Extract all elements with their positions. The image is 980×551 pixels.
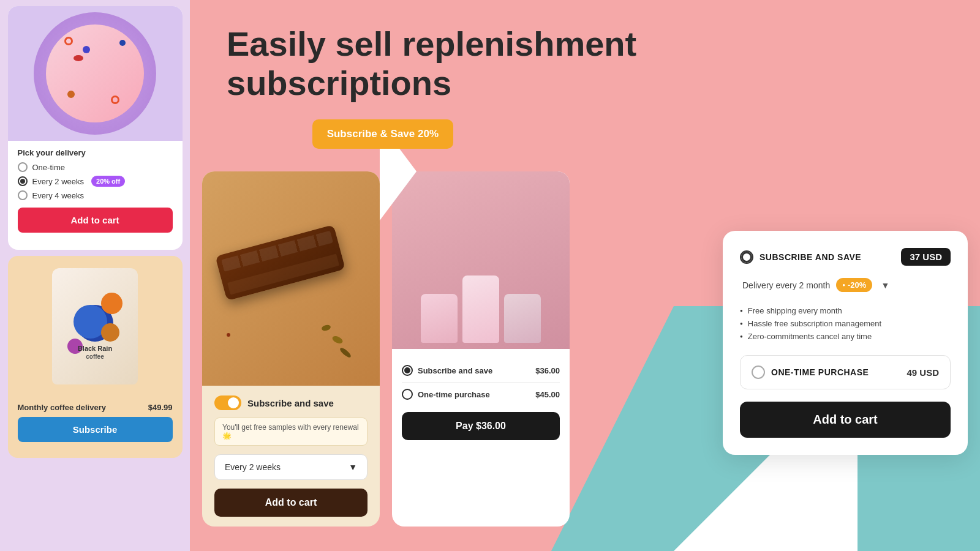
widget-card: SUBSCRIBE AND SAVE 37 USD Delivery every… <box>723 231 968 455</box>
option-4weeks[interactable]: Every 4 weeks <box>18 190 173 200</box>
widget-delivery-row: Delivery every 2 month -20% ▼ <box>740 278 951 292</box>
cocoa-powder <box>227 333 230 337</box>
right-panel: SUBSCRIBE AND SAVE 37 USD Delivery every… <box>710 0 980 551</box>
widget-radio-subscribe[interactable] <box>740 250 753 264</box>
widget-delivery-text: Delivery every 2 month <box>742 280 830 290</box>
choco-bar <box>215 225 345 301</box>
hero-title: Easily sell replenishment subscriptions <box>227 24 674 103</box>
dogfood-onetime-price: $45.00 <box>535 390 560 399</box>
coffee-product-image: Black Rain coffee <box>8 256 183 397</box>
free-samples-badge: You'll get free samples with every renew… <box>214 418 368 446</box>
card-cereal: Pick your delivery One-time Every 2 week… <box>8 6 183 250</box>
widget-subscribe-row: SUBSCRIBE AND SAVE 37 USD <box>740 248 951 266</box>
bag-3 <box>504 294 541 343</box>
dogfood-onetime-label: One-time purchase <box>418 390 490 399</box>
frequency-value: Every 2 weeks <box>225 462 281 472</box>
subscribe-toggle[interactable] <box>214 395 241 410</box>
cereal-card-body: Pick your delivery One-time Every 2 week… <box>8 141 183 240</box>
frequency-dropdown[interactable]: Every 2 weeks ▼ <box>214 454 368 480</box>
widget-onetime-left: ONE-TIME PURCHASE <box>752 365 869 379</box>
toggle-row: Subscribe and save <box>214 395 368 410</box>
option-onetime[interactable]: One-time <box>18 162 173 172</box>
widget-onetime-row[interactable]: ONE-TIME PURCHASE 49 USD <box>740 355 951 389</box>
coffee-title: Monthly coffee delivery <box>18 403 106 412</box>
coffee-card-body: Monthly coffee delivery $49.99 Subscribe <box>8 397 183 448</box>
option-onetime-label: One-time <box>32 163 65 172</box>
dogfood-bags <box>421 276 541 343</box>
dogfood-subscribe-option[interactable]: Subscribe and save $36.00 <box>402 359 560 383</box>
dog-image <box>426 465 475 514</box>
choco-add-to-cart-button[interactable]: Add to cart <box>214 489 368 517</box>
cereal-bowl <box>46 24 144 122</box>
coffee-bag-dot-orange <box>101 293 123 314</box>
bag-1 <box>421 294 458 343</box>
coffee-sub: coffee <box>78 353 112 360</box>
coffee-price: $49.99 <box>148 403 173 412</box>
cards-row: Subscribe and save You'll get free sampl… <box>190 171 710 527</box>
coffee-brand: Black Rain <box>78 345 112 352</box>
widget-onetime-label: ONE-TIME PURCHASE <box>771 367 869 377</box>
choco-product-image <box>202 171 380 386</box>
card-choco: Subscribe and save You'll get free sampl… <box>202 171 380 527</box>
choco-body: Subscribe and save You'll get free sampl… <box>202 386 380 527</box>
toggle-knob <box>228 397 239 408</box>
cereal-bowl-bg <box>34 12 156 135</box>
radio-subscribe[interactable] <box>402 365 413 376</box>
coffee-subscribe-button[interactable]: Subscribe <box>18 417 173 442</box>
almond-3 <box>339 347 352 359</box>
benefit-1: Free shipping every month <box>740 304 951 317</box>
dogfood-subscribe-label: Subscribe and save <box>418 366 492 375</box>
hero-title-line2: subscriptions <box>227 64 451 102</box>
cereal-add-to-cart-button[interactable]: Add to cart <box>18 208 173 233</box>
dogfood-onetime-option[interactable]: One-time purchase $45.00 <box>402 383 560 406</box>
center-area: Easily sell replenishment subscriptions … <box>190 0 710 551</box>
dogfood-subscribe-price: $36.00 <box>535 366 560 375</box>
coffee-bag-text: Black Rain coffee <box>78 345 112 360</box>
coffee-bag-dot-small <box>101 323 119 342</box>
benefit-2: Hassle free subscription management <box>740 317 951 330</box>
widget-discount-pill: -20% <box>836 278 872 292</box>
radio-onetime[interactable] <box>18 162 28 172</box>
dogfood-pay-button[interactable]: Pay $36.00 <box>402 412 560 440</box>
benefit-3: Zero-commitments cancel any time <box>740 330 951 343</box>
page-container: Pick your delivery One-time Every 2 week… <box>0 0 980 551</box>
widget-add-to-cart-button[interactable]: Add to cart <box>740 402 951 438</box>
hero-text: Easily sell replenishment subscriptions <box>190 0 710 116</box>
discount-badge: 20% off <box>91 176 125 187</box>
subscribe-save-button[interactable]: Subscribe & Save 20% <box>312 119 453 149</box>
option-2weeks-label: Every 2 weeks <box>32 177 85 186</box>
widget-onetime-price: 49 USD <box>907 367 939 378</box>
widget-benefits-list: Free shipping every month Hassle free su… <box>740 304 951 343</box>
widget-subscribe-price: 37 USD <box>901 248 951 266</box>
radio-4weeks[interactable] <box>18 190 28 200</box>
bag-2 <box>462 276 499 343</box>
widget-radio-onetime[interactable] <box>752 365 765 379</box>
radio-onetime-dog[interactable] <box>402 389 413 400</box>
left-column: Pick your delivery One-time Every 2 week… <box>0 0 190 551</box>
onetime-option-left: One-time purchase <box>402 389 490 400</box>
subscribe-option-left: Subscribe and save <box>402 365 492 376</box>
delivery-label: Pick your delivery <box>18 148 173 157</box>
dogfood-product-image <box>392 171 570 349</box>
option-2weeks[interactable]: Every 2 weeks 20% off <box>18 176 173 187</box>
coffee-bag: Black Rain coffee <box>52 268 138 384</box>
almond-2 <box>321 324 331 332</box>
delivery-chevron-icon[interactable]: ▼ <box>881 280 889 290</box>
cereal-product-image <box>8 6 183 141</box>
card-coffee: Black Rain coffee Monthly coffee deliver… <box>8 256 183 458</box>
card-dogfood: Subscribe and save $36.00 One-time purch… <box>392 171 570 527</box>
dogfood-body: Subscribe and save $36.00 One-time purch… <box>392 349 570 527</box>
option-4weeks-label: Every 4 weeks <box>32 191 85 200</box>
widget-subscribe-left: SUBSCRIBE AND SAVE <box>740 250 861 264</box>
radio-2weeks[interactable] <box>18 176 28 186</box>
delivery-options: One-time Every 2 weeks 20% off Every 4 w… <box>18 162 173 200</box>
subscribe-save-label: Subscribe and save <box>247 398 334 408</box>
hero-title-line1: Easily sell replenishment <box>227 24 636 63</box>
widget-subscribe-label: SUBSCRIBE AND SAVE <box>760 252 861 262</box>
almond-1 <box>331 335 344 345</box>
coffee-info-row: Monthly coffee delivery $49.99 <box>18 403 173 412</box>
dropdown-chevron-icon: ▼ <box>349 462 357 472</box>
